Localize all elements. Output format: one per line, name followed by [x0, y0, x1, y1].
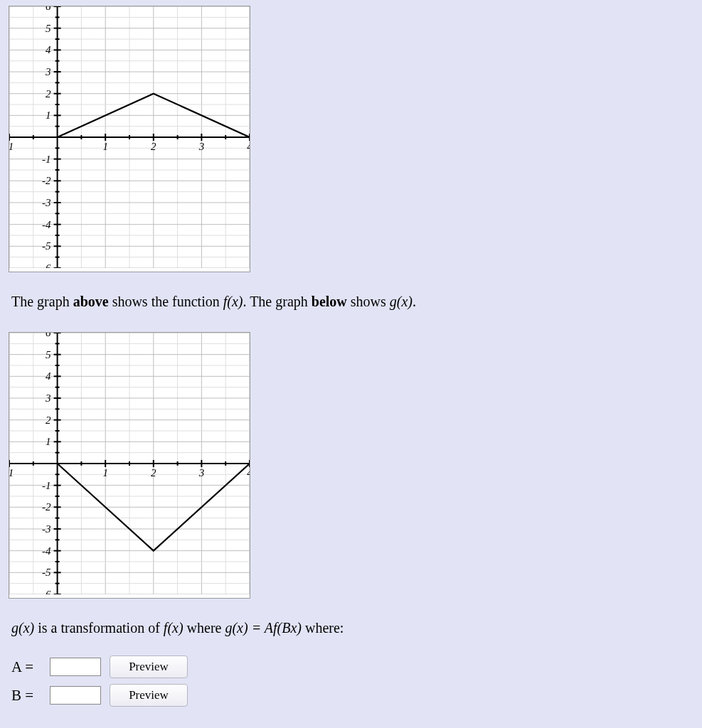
description-transformation: g(x) is a transformation of f(x) where g… — [11, 617, 691, 638]
svg-text:3: 3 — [45, 392, 51, 404]
txt: . — [413, 294, 416, 309]
svg-text:3: 3 — [198, 141, 205, 152]
chart-g-svg: -11234-6-5-4-3-2-1123456 — [9, 333, 250, 594]
svg-text:-3: -3 — [42, 197, 51, 208]
math-fx: f(x) — [164, 620, 184, 636]
svg-text:3: 3 — [45, 66, 51, 77]
math-fx: f(x) — [223, 294, 243, 309]
svg-text:-6: -6 — [42, 262, 51, 268]
svg-text:1: 1 — [46, 109, 51, 121]
label-a: A = — [11, 658, 41, 676]
txt-bold: below — [312, 294, 347, 309]
answer-row-a: A = Preview — [11, 655, 691, 678]
description-between: The graph above shows the function f(x).… — [11, 291, 691, 312]
chart-f-svg: -11234-6-5-4-3-2-1123456 — [9, 6, 250, 268]
svg-text:5: 5 — [46, 349, 51, 360]
math-gx: g(x) — [11, 620, 34, 636]
svg-text:3: 3 — [198, 467, 205, 478]
preview-button-b[interactable]: Preview — [110, 684, 188, 707]
svg-text:1: 1 — [46, 436, 51, 447]
txt: shows the function — [109, 294, 223, 309]
svg-text:-1: -1 — [42, 154, 51, 165]
txt: where — [184, 620, 225, 636]
svg-text:2: 2 — [46, 414, 51, 426]
svg-text:4: 4 — [247, 467, 250, 478]
svg-text:4: 4 — [247, 141, 250, 152]
svg-text:-3: -3 — [42, 523, 51, 535]
svg-text:-1: -1 — [9, 141, 14, 152]
problem-page: -11234-6-5-4-3-2-1123456 The graph above… — [0, 0, 702, 728]
svg-text:-2: -2 — [42, 175, 51, 186]
svg-text:-2: -2 — [42, 501, 51, 513]
svg-text:-4: -4 — [42, 545, 51, 557]
svg-text:2: 2 — [151, 467, 156, 478]
input-b[interactable] — [50, 686, 101, 705]
preview-button-a[interactable]: Preview — [110, 655, 188, 678]
math-eqn: g(x) = Af(Bx) — [225, 620, 302, 636]
math-gx: g(x) — [390, 294, 413, 309]
txt: where: — [302, 620, 344, 636]
svg-text:2: 2 — [46, 88, 51, 100]
txt-bold: above — [73, 294, 109, 309]
svg-text:6: 6 — [46, 6, 51, 12]
svg-text:4: 4 — [46, 370, 51, 382]
chart-f: -11234-6-5-4-3-2-1123456 — [9, 6, 250, 272]
label-b: B = — [11, 687, 41, 705]
txt: shows — [347, 294, 390, 309]
svg-text:-6: -6 — [42, 589, 51, 594]
svg-text:-4: -4 — [42, 219, 51, 230]
txt: . The graph — [243, 294, 312, 309]
svg-text:-5: -5 — [42, 567, 51, 578]
svg-text:5: 5 — [46, 23, 51, 34]
chart-g: -11234-6-5-4-3-2-1123456 — [9, 332, 250, 599]
svg-text:6: 6 — [46, 333, 51, 338]
svg-text:-1: -1 — [9, 467, 14, 478]
txt: is a transformation of — [34, 620, 164, 636]
txt: The graph — [11, 294, 73, 309]
input-a[interactable] — [50, 658, 101, 676]
svg-text:1: 1 — [102, 141, 108, 152]
svg-text:4: 4 — [46, 44, 51, 55]
svg-text:1: 1 — [102, 467, 108, 478]
svg-text:2: 2 — [151, 141, 156, 152]
svg-text:-1: -1 — [42, 480, 51, 491]
svg-text:-5: -5 — [42, 240, 51, 252]
answer-row-b: B = Preview — [11, 684, 691, 707]
